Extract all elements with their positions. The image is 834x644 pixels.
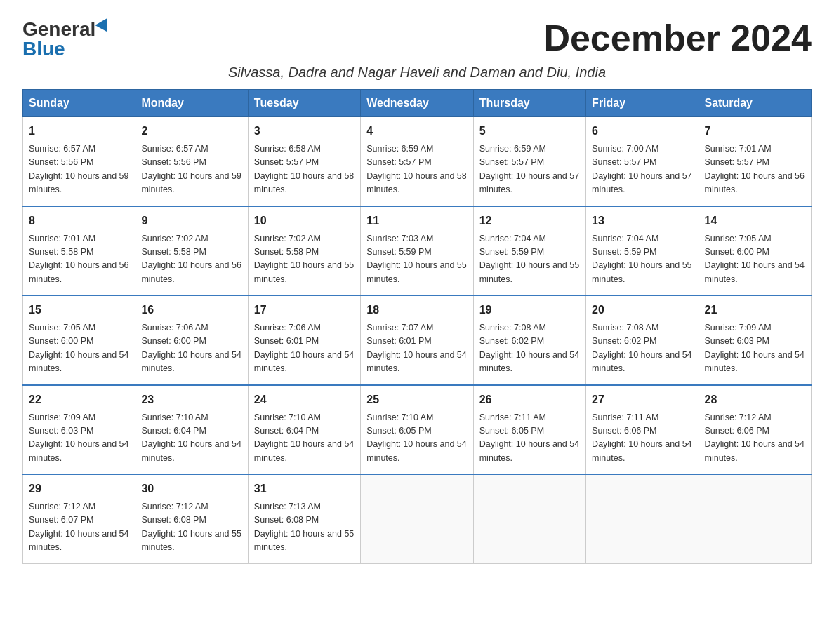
calendar-cell: 28Sunrise: 7:12 AMSunset: 6:06 PMDayligh… — [699, 385, 811, 475]
calendar-cell: 17Sunrise: 7:06 AMSunset: 6:01 PMDayligh… — [248, 295, 360, 385]
day-info: Sunrise: 7:02 AMSunset: 5:58 PMDaylight:… — [254, 232, 355, 287]
day-number: 23 — [141, 391, 241, 408]
day-number: 19 — [479, 302, 580, 318]
day-info: Sunrise: 7:12 AMSunset: 6:07 PMDaylight:… — [29, 500, 129, 555]
weekday-header-saturday: Saturday — [699, 90, 811, 117]
calendar-cell: 2Sunrise: 6:57 AMSunset: 5:56 PMDaylight… — [135, 117, 248, 206]
day-info: Sunrise: 7:11 AMSunset: 6:06 PMDaylight:… — [592, 411, 692, 466]
calendar-cell: 22Sunrise: 7:09 AMSunset: 6:03 PMDayligh… — [23, 385, 135, 475]
day-info: Sunrise: 6:59 AMSunset: 5:57 PMDaylight:… — [366, 142, 467, 197]
calendar-cell: 5Sunrise: 6:59 AMSunset: 5:57 PMDaylight… — [473, 117, 585, 206]
day-number: 28 — [705, 391, 805, 408]
calendar-cell: 31Sunrise: 7:13 AMSunset: 6:08 PMDayligh… — [248, 474, 360, 563]
day-number: 7 — [705, 123, 805, 140]
day-number: 13 — [592, 213, 692, 229]
calendar-cell: 10Sunrise: 7:02 AMSunset: 5:58 PMDayligh… — [248, 206, 360, 296]
day-info: Sunrise: 7:04 AMSunset: 5:59 PMDaylight:… — [479, 232, 580, 287]
logo: General Blue — [22, 20, 111, 59]
calendar-week-row: 15Sunrise: 7:05 AMSunset: 6:00 PMDayligh… — [23, 295, 812, 385]
day-info: Sunrise: 6:59 AMSunset: 5:57 PMDaylight:… — [479, 142, 580, 197]
calendar-week-row: 8Sunrise: 7:01 AMSunset: 5:58 PMDaylight… — [23, 206, 812, 296]
day-info: Sunrise: 6:58 AMSunset: 5:57 PMDaylight:… — [254, 142, 355, 197]
calendar-cell: 14Sunrise: 7:05 AMSunset: 6:00 PMDayligh… — [699, 206, 811, 296]
day-info: Sunrise: 7:08 AMSunset: 6:02 PMDaylight:… — [592, 321, 692, 376]
calendar-cell: 7Sunrise: 7:01 AMSunset: 5:57 PMDaylight… — [699, 117, 811, 206]
calendar-cell — [361, 474, 473, 563]
day-number: 17 — [254, 302, 355, 318]
calendar-cell: 6Sunrise: 7:00 AMSunset: 5:57 PMDaylight… — [586, 117, 699, 206]
day-info: Sunrise: 7:03 AMSunset: 5:59 PMDaylight:… — [366, 232, 467, 287]
calendar-cell: 4Sunrise: 6:59 AMSunset: 5:57 PMDaylight… — [361, 117, 473, 206]
day-info: Sunrise: 7:09 AMSunset: 6:03 PMDaylight:… — [29, 411, 129, 466]
day-info: Sunrise: 7:09 AMSunset: 6:03 PMDaylight:… — [705, 321, 805, 376]
calendar-week-row: 1Sunrise: 6:57 AMSunset: 5:56 PMDaylight… — [23, 117, 812, 206]
weekday-header-monday: Monday — [135, 90, 248, 117]
day-number: 6 — [592, 123, 692, 140]
calendar-cell: 26Sunrise: 7:11 AMSunset: 6:05 PMDayligh… — [473, 385, 585, 475]
day-number: 5 — [479, 123, 580, 140]
calendar-table: SundayMondayTuesdayWednesdayThursdayFrid… — [22, 89, 812, 564]
calendar-cell: 29Sunrise: 7:12 AMSunset: 6:07 PMDayligh… — [23, 474, 135, 563]
logo-triangle-icon — [95, 18, 113, 35]
calendar-cell: 19Sunrise: 7:08 AMSunset: 6:02 PMDayligh… — [473, 295, 585, 385]
day-number: 10 — [254, 213, 355, 229]
day-number: 22 — [29, 391, 129, 408]
day-info: Sunrise: 7:11 AMSunset: 6:05 PMDaylight:… — [479, 411, 580, 466]
day-number: 3 — [254, 123, 355, 140]
day-number: 1 — [29, 123, 129, 140]
calendar-cell — [586, 474, 699, 563]
day-number: 20 — [592, 302, 692, 318]
day-info: Sunrise: 7:05 AMSunset: 6:00 PMDaylight:… — [705, 232, 805, 287]
calendar-cell: 13Sunrise: 7:04 AMSunset: 5:59 PMDayligh… — [586, 206, 699, 296]
weekday-header-thursday: Thursday — [473, 90, 585, 117]
calendar-week-row: 29Sunrise: 7:12 AMSunset: 6:07 PMDayligh… — [23, 474, 812, 563]
day-number: 25 — [366, 391, 467, 408]
day-info: Sunrise: 7:06 AMSunset: 6:01 PMDaylight:… — [254, 321, 355, 376]
day-number: 2 — [141, 123, 241, 140]
day-info: Sunrise: 7:12 AMSunset: 6:08 PMDaylight:… — [141, 500, 241, 555]
day-info: Sunrise: 7:06 AMSunset: 6:00 PMDaylight:… — [141, 321, 241, 376]
day-number: 24 — [254, 391, 355, 408]
calendar-cell: 24Sunrise: 7:10 AMSunset: 6:04 PMDayligh… — [248, 385, 360, 475]
weekday-header-friday: Friday — [586, 90, 699, 117]
day-number: 31 — [254, 481, 355, 497]
day-number: 8 — [29, 213, 129, 229]
calendar-cell — [473, 474, 585, 563]
day-number: 4 — [366, 123, 467, 140]
day-info: Sunrise: 7:02 AMSunset: 5:58 PMDaylight:… — [141, 232, 241, 287]
calendar-cell: 11Sunrise: 7:03 AMSunset: 5:59 PMDayligh… — [361, 206, 473, 296]
calendar-cell — [699, 474, 811, 563]
day-number: 14 — [705, 213, 805, 229]
day-info: Sunrise: 7:08 AMSunset: 6:02 PMDaylight:… — [479, 321, 580, 376]
day-info: Sunrise: 7:01 AMSunset: 5:58 PMDaylight:… — [29, 232, 129, 287]
location-subtitle: Silvassa, Dadra and Nagar Haveli and Dam… — [22, 65, 812, 81]
day-info: Sunrise: 7:04 AMSunset: 5:59 PMDaylight:… — [592, 232, 692, 287]
day-info: Sunrise: 7:13 AMSunset: 6:08 PMDaylight:… — [254, 500, 355, 555]
calendar-cell: 16Sunrise: 7:06 AMSunset: 6:00 PMDayligh… — [135, 295, 248, 385]
weekday-header-row: SundayMondayTuesdayWednesdayThursdayFrid… — [23, 90, 812, 117]
day-info: Sunrise: 7:10 AMSunset: 6:05 PMDaylight:… — [366, 411, 467, 466]
calendar-cell: 8Sunrise: 7:01 AMSunset: 5:58 PMDaylight… — [23, 206, 135, 296]
day-info: Sunrise: 7:05 AMSunset: 6:00 PMDaylight:… — [29, 321, 129, 376]
day-number: 18 — [366, 302, 467, 318]
day-info: Sunrise: 7:07 AMSunset: 6:01 PMDaylight:… — [366, 321, 467, 376]
calendar-cell: 23Sunrise: 7:10 AMSunset: 6:04 PMDayligh… — [135, 385, 248, 475]
day-info: Sunrise: 7:00 AMSunset: 5:57 PMDaylight:… — [592, 142, 692, 197]
calendar-cell: 20Sunrise: 7:08 AMSunset: 6:02 PMDayligh… — [586, 295, 699, 385]
day-info: Sunrise: 6:57 AMSunset: 5:56 PMDaylight:… — [141, 142, 241, 197]
day-info: Sunrise: 7:10 AMSunset: 6:04 PMDaylight:… — [141, 411, 241, 466]
day-info: Sunrise: 6:57 AMSunset: 5:56 PMDaylight:… — [29, 142, 129, 197]
calendar-cell: 12Sunrise: 7:04 AMSunset: 5:59 PMDayligh… — [473, 206, 585, 296]
day-info: Sunrise: 7:10 AMSunset: 6:04 PMDaylight:… — [254, 411, 355, 466]
month-title: December 2024 — [543, 17, 812, 59]
calendar-cell: 30Sunrise: 7:12 AMSunset: 6:08 PMDayligh… — [135, 474, 248, 563]
calendar-cell: 15Sunrise: 7:05 AMSunset: 6:00 PMDayligh… — [23, 295, 135, 385]
day-number: 26 — [479, 391, 580, 408]
logo-blue: Blue — [22, 38, 65, 60]
calendar-cell: 3Sunrise: 6:58 AMSunset: 5:57 PMDaylight… — [248, 117, 360, 206]
day-number: 16 — [141, 302, 241, 318]
day-number: 29 — [29, 481, 129, 497]
calendar-cell: 25Sunrise: 7:10 AMSunset: 6:05 PMDayligh… — [361, 385, 473, 475]
calendar-cell: 21Sunrise: 7:09 AMSunset: 6:03 PMDayligh… — [699, 295, 811, 385]
weekday-header-sunday: Sunday — [23, 90, 135, 117]
